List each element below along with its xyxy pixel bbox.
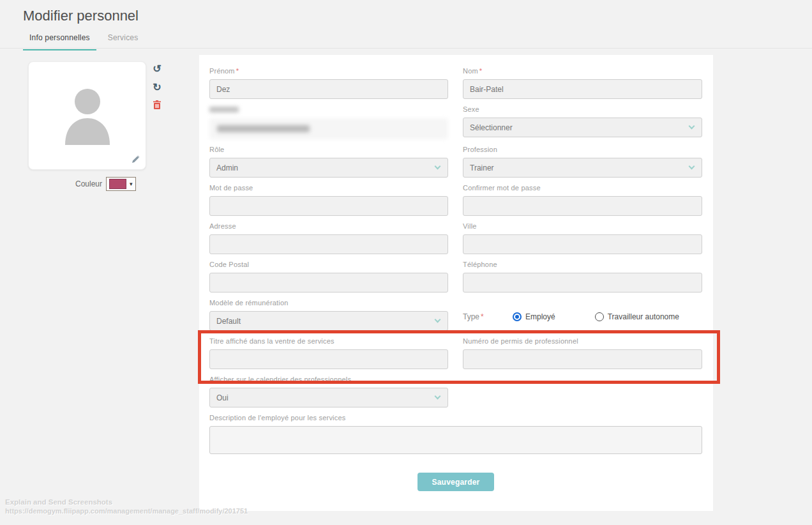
nom-label: Nom*	[463, 67, 702, 75]
radio-unselected-icon	[595, 312, 604, 321]
row-codepostal-telephone: Code Postal Téléphone	[209, 261, 702, 293]
titre-affiche-label: Titre affiché dans la ventre de services	[209, 337, 448, 346]
required-marker: *	[481, 312, 484, 321]
sexe-label: Sexe	[463, 105, 702, 114]
pencil-icon	[132, 155, 140, 164]
profession-label: Profession	[463, 146, 702, 154]
delete-photo-button[interactable]	[151, 100, 163, 112]
afficher-calendrier-select[interactable]: Oui	[209, 388, 448, 407]
type-label-text: Type	[463, 312, 479, 321]
modele-remuneration-select-value: Default	[216, 317, 241, 326]
ville-input[interactable]	[463, 234, 702, 254]
code-postal-input[interactable]	[209, 273, 448, 293]
afficher-calendrier-select-value: Oui	[216, 393, 229, 402]
couleur-label: Couleur	[75, 179, 102, 188]
screenshot-extension-footer: Explain and Send Screenshots https://dem…	[5, 498, 248, 515]
form-panel: Prénom* Nom* Sexe Sélectionner Rôle Ad	[199, 55, 713, 511]
prenom-label-text: Prénom	[209, 67, 235, 75]
mot-de-passe-label: Mot de passe	[209, 184, 448, 192]
nom-label-text: Nom	[463, 67, 478, 75]
caret-down-icon: ▾	[130, 181, 133, 187]
color-swatch	[109, 179, 126, 189]
person-silhouette-icon	[60, 86, 115, 145]
profession-select-value: Trainer	[470, 164, 494, 172]
adresse-label: Adresse	[209, 222, 448, 231]
couleur-picker[interactable]: ▾	[106, 177, 136, 191]
chevron-down-icon	[689, 123, 695, 130]
modele-remuneration-select[interactable]: Default	[209, 311, 448, 331]
radio-employe-label: Employé	[525, 312, 555, 321]
titre-affiche-input[interactable]	[209, 349, 448, 369]
edit-photo-button[interactable]	[130, 153, 141, 165]
profession-select[interactable]: Trainer	[463, 158, 702, 178]
row-role-profession: Rôle Admin Profession Trainer	[209, 146, 702, 178]
row-redacted-sexe: Sexe Sélectionner	[209, 105, 702, 139]
telephone-label: Téléphone	[463, 261, 702, 269]
radio-travailleur-autonome-label: Travailleur autonome	[608, 312, 679, 321]
extension-name-text: Explain and Send Screenshots	[5, 498, 248, 506]
photo-tools: ↺ ↻	[151, 63, 163, 119]
chevron-down-icon	[435, 164, 441, 170]
radio-selected-icon	[513, 312, 522, 321]
trash-icon	[153, 100, 161, 110]
chevron-down-icon	[435, 393, 441, 400]
row-titre-permis: Titre affiché dans la ventre de services…	[209, 337, 702, 369]
role-select-value: Admin	[216, 164, 238, 172]
redo-icon[interactable]: ↻	[151, 82, 163, 93]
header-divider	[0, 48, 812, 49]
confirmer-mot-de-passe-input[interactable]	[463, 196, 702, 216]
code-postal-label: Code Postal	[209, 261, 448, 269]
sexe-select-value: Sélectionner	[470, 123, 513, 132]
radio-travailleur-autonome[interactable]: Travailleur autonome	[595, 312, 679, 321]
modele-remuneration-label: Modèle de rémunération	[209, 299, 448, 307]
row-name: Prénom* Nom*	[209, 67, 702, 99]
save-button[interactable]: Sauvegarder	[417, 473, 494, 491]
role-select[interactable]: Admin	[209, 158, 448, 178]
nom-input[interactable]	[463, 79, 702, 99]
numero-permis-input[interactable]	[463, 349, 702, 369]
redacted-field-input[interactable]	[209, 118, 448, 139]
page-url-text: https://demogym.fliipapp.com/management/…	[5, 507, 248, 515]
row-password: Mot de passe Confirmer mot de passe	[209, 184, 702, 216]
confirmer-mot-de-passe-label: Confirmer mot de passe	[463, 184, 702, 192]
ville-label: Ville	[463, 222, 702, 231]
sexe-select[interactable]: Sélectionner	[463, 118, 702, 137]
couleur-field: Couleur ▾	[75, 177, 136, 191]
description-textarea[interactable]	[209, 426, 702, 454]
type-field: Type* Employé Travailleur autonome	[463, 312, 702, 321]
required-marker: *	[479, 67, 482, 75]
numero-permis-label: Numéro de permis de professionnel	[463, 337, 702, 346]
type-label: Type*	[463, 312, 513, 321]
row-remuneration-type: Modèle de rémunération Default Type* Emp…	[209, 299, 702, 331]
required-marker: *	[236, 67, 239, 75]
redacted-field-value	[217, 125, 310, 132]
row-afficher-calendrier: Afficher sur le calendrier des professio…	[209, 376, 702, 407]
afficher-calendrier-label: Afficher sur le calendrier des professio…	[209, 376, 448, 384]
redacted-field-label	[209, 107, 239, 112]
undo-icon[interactable]: ↺	[151, 63, 163, 75]
photo-upload-card	[28, 61, 146, 170]
radio-employe[interactable]: Employé	[513, 312, 555, 321]
prenom-input[interactable]	[209, 79, 448, 99]
row-description: Description de l'employé pour les servic…	[209, 414, 702, 457]
chevron-down-icon	[689, 164, 695, 170]
prenom-label: Prénom*	[209, 67, 448, 75]
chevron-down-icon	[435, 317, 441, 323]
role-label: Rôle	[209, 146, 448, 154]
save-row: Sauvegarder	[209, 473, 702, 491]
telephone-input[interactable]	[463, 273, 702, 293]
page-title: Modifier personnel	[23, 8, 139, 24]
mot-de-passe-input[interactable]	[209, 196, 448, 216]
row-adresse-ville: Adresse Ville	[209, 222, 702, 254]
description-label: Description de l'employé pour les servic…	[209, 414, 702, 422]
adresse-input[interactable]	[209, 234, 448, 254]
